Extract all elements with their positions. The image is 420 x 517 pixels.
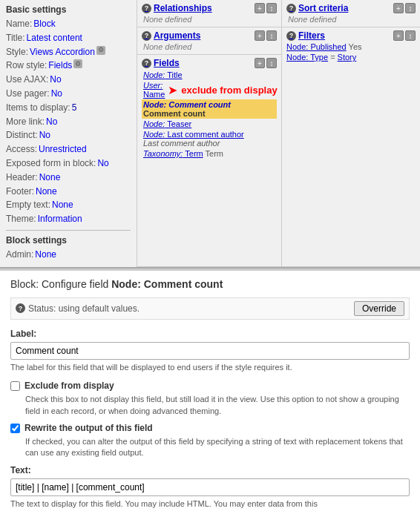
distinct-value[interactable]: No — [39, 129, 50, 142]
override-button[interactable]: Override — [354, 301, 404, 316]
title-row: Title: Latest content — [6, 32, 131, 45]
field-link-comment-count[interactable]: Node: Comment count — [143, 100, 231, 109]
top-panel: Basic settings Name: Block Title: Latest… — [0, 0, 420, 269]
header-row: Header: None — [6, 171, 131, 184]
field-item-user-name[interactable]: User: Name — [142, 80, 166, 99]
label-field-input[interactable] — [10, 342, 410, 360]
fields-add-btn[interactable]: + — [255, 58, 265, 68]
basic-settings-panel: Basic settings Name: Block Title: Latest… — [0, 0, 137, 267]
empty-text-row: Empty text: None — [6, 199, 131, 211]
arguments-sort-btn[interactable]: ↕ — [266, 30, 277, 41]
filters-pane: ? Filters + ↕ Node: Published Yes Node: … — [282, 27, 420, 267]
text-group: Text: The text to display for this field… — [10, 465, 410, 510]
admin-value[interactable]: None — [35, 248, 56, 261]
exposed-label: Exposed form in block: — [6, 157, 96, 170]
filter-item-type[interactable]: Node: Type = Story — [286, 53, 416, 62]
filters-add-btn[interactable]: + — [393, 30, 404, 41]
row-style-gear-icon[interactable]: ⚙ — [73, 59, 82, 68]
filters-info-icon: ? — [286, 31, 296, 41]
relationships-sort-btn[interactable]: ↕ — [266, 3, 277, 13]
relationships-pane: ? Relationships + ↕ None defined — [137, 0, 281, 27]
rewrite-checkbox-label[interactable]: Rewrite the output of this field — [24, 423, 153, 433]
field-link-teaser[interactable]: Node: Teaser — [143, 119, 191, 128]
field-link-user-name[interactable]: User: Name — [143, 81, 165, 99]
field-subtext-last-comment-author: Last comment author — [143, 139, 275, 148]
arguments-add-btn[interactable]: + — [255, 30, 265, 41]
title-value[interactable]: Latest content — [27, 32, 82, 45]
use-pager-row: Use pager: No — [6, 88, 131, 100]
footer-row: Footer: None — [6, 185, 131, 198]
field-item-teaser[interactable]: Node: Teaser — [142, 119, 277, 129]
use-pager-label: Use pager: — [6, 88, 50, 100]
relationships-add-btn[interactable]: + — [255, 3, 265, 13]
exclude-arrow-icon: ➤ — [168, 83, 177, 97]
field-item-comment-count[interactable]: Node: Comment count Comment count — [142, 99, 277, 119]
field-link-taxonomy-term[interactable]: Taxonomy: Term — [143, 149, 203, 158]
sort-criteria-sort-btn[interactable]: ↕ — [405, 3, 416, 13]
footer-value[interactable]: None — [36, 185, 57, 198]
sort-criteria-add-btn[interactable]: + — [393, 3, 404, 13]
use-ajax-value[interactable]: No — [50, 73, 61, 86]
sort-criteria-title[interactable]: ? Sort criteria — [286, 3, 348, 13]
field-item-node-title[interactable]: Node: Title — [142, 70, 277, 80]
row-style-row: Row style: Fields ⚙ — [6, 59, 131, 72]
title-label: Title: — [6, 32, 25, 45]
relationships-header: ? Relationships + ↕ — [142, 3, 277, 13]
row-style-value[interactable]: Fields — [48, 59, 72, 72]
rewrite-checkbox[interactable] — [10, 424, 20, 433]
name-value[interactable]: Block — [33, 18, 55, 30]
access-value[interactable]: Unrestricted — [39, 143, 87, 156]
filter-link-type[interactable]: Node: Type — [286, 53, 328, 62]
exclude-checkbox-label[interactable]: Exclude from display — [24, 381, 114, 391]
empty-text-value[interactable]: None — [52, 199, 73, 211]
fields-sort-btn[interactable]: ↕ — [266, 58, 277, 68]
filter-link-published[interactable]: Node: Published — [286, 42, 347, 51]
sort-criteria-pane: ? Sort criteria + ↕ None defined — [282, 0, 420, 27]
field-item-taxonomy-term[interactable]: Taxonomy: Term Term — [142, 148, 277, 159]
admin-label: Admin: — [6, 248, 33, 261]
middle-column: ? Relationships + ↕ None defined ? Argum… — [137, 0, 282, 267]
fields-title[interactable]: ? Fields — [142, 58, 180, 68]
use-pager-value[interactable]: No — [51, 88, 62, 100]
sort-criteria-actions: + ↕ — [393, 3, 416, 13]
status-row: ? Status: using default values. Override — [10, 297, 410, 320]
field-link-node-title[interactable]: Node: Title — [143, 70, 183, 79]
relationships-title[interactable]: ? Relationships — [142, 3, 212, 13]
relationships-actions: + ↕ — [255, 3, 277, 13]
filter-item-published[interactable]: Node: Published Yes — [286, 42, 416, 51]
arguments-info-icon: ? — [142, 31, 151, 41]
exposed-row: Exposed form in block: No — [6, 157, 131, 170]
label-field-desc: The label for this field that will be di… — [10, 362, 410, 373]
filters-sort-btn[interactable]: ↕ — [405, 30, 416, 41]
exclude-checkbox[interactable] — [10, 381, 20, 391]
filter-operator-type: = — [330, 53, 337, 62]
fields-info-icon: ? — [142, 59, 151, 68]
filters-title[interactable]: ? Filters — [286, 30, 325, 41]
text-field-input[interactable] — [10, 478, 410, 496]
theme-value[interactable]: Information — [38, 213, 82, 225]
arguments-title[interactable]: ? Arguments — [142, 30, 200, 41]
distinct-row: Distinct: No — [6, 129, 131, 142]
configure-panel: Block: Configure field Node: Comment cou… — [0, 269, 420, 517]
block-settings-title: Block settings — [6, 235, 131, 246]
field-link-last-comment-author[interactable]: Node: Last comment author — [143, 130, 244, 139]
exposed-value[interactable]: No — [97, 157, 108, 170]
more-link-value[interactable]: No — [46, 116, 57, 128]
header-value[interactable]: None — [39, 171, 61, 184]
sort-criteria-content: None defined — [286, 15, 416, 24]
status-info-icon: ? — [16, 303, 25, 313]
row-style-label: Row style: — [6, 59, 47, 72]
style-value[interactable]: Views Accordion — [30, 46, 95, 59]
name-row: Name: Block — [6, 18, 131, 30]
more-link-label: More link: — [6, 116, 45, 128]
text-field-label: Text: — [10, 465, 410, 475]
items-row: Items to display: 5 — [6, 102, 131, 114]
exclude-checkbox-row: Exclude from display — [10, 381, 410, 391]
basic-settings-title: Basic settings — [6, 4, 131, 15]
label-field-label: Label: — [10, 329, 410, 339]
filter-value-type[interactable]: Story — [338, 53, 357, 62]
field-extra-term: Term — [206, 149, 223, 158]
field-item-last-comment-author[interactable]: Node: Last comment author Last comment a… — [142, 129, 277, 148]
style-gear-icon[interactable]: ⚙ — [96, 46, 105, 55]
items-value[interactable]: 5 — [72, 102, 77, 114]
